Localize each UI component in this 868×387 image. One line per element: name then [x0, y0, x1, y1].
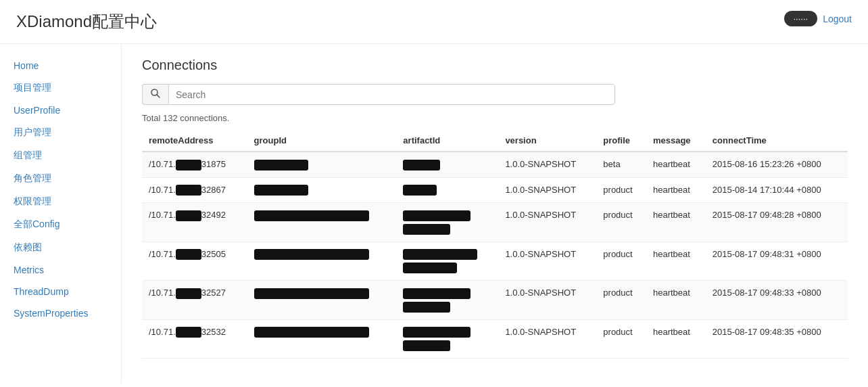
col-version: version: [498, 130, 596, 152]
sidebar-item-metrics[interactable]: Metrics: [0, 259, 121, 281]
cell-profile: product: [596, 319, 646, 359]
layout: Home 项目管理 UserProfile 用户管理 组管理 角色管理 权限管理…: [0, 44, 868, 384]
cell-groupid: [247, 177, 397, 203]
redacted-ip: [176, 249, 201, 260]
col-remoteaddress: remoteAddress: [142, 130, 247, 152]
search-icon: [151, 89, 160, 98]
table-row: /10.71.31875 1.0.0-SNAPSHOT beta heartbe…: [142, 152, 848, 177]
table-row: /10.71.32505 1.0.0-SNAPSHOT product hear…: [142, 242, 848, 281]
sidebar-item-groups[interactable]: 组管理: [0, 144, 121, 167]
cell-groupid: [247, 152, 397, 177]
table-row: /10.71.32532 1.0.0-SNAPSHOT product hear…: [142, 319, 848, 359]
connections-table: remoteAddress groupId artifactId version…: [142, 130, 848, 359]
cell-remoteaddress: /10.71.32532: [142, 319, 247, 359]
sidebar: Home 项目管理 UserProfile 用户管理 组管理 角色管理 权限管理…: [0, 44, 122, 384]
page-title: Connections: [142, 58, 848, 73]
cell-artifactid: [396, 242, 498, 281]
cell-message: heartbeat: [646, 319, 706, 359]
cell-version: 1.0.0-SNAPSHOT: [498, 281, 596, 320]
redacted-ip: [176, 210, 201, 221]
cell-message: heartbeat: [646, 242, 706, 281]
cell-version: 1.0.0-SNAPSHOT: [498, 319, 596, 359]
cell-groupid: [247, 203, 397, 242]
cell-artifactid: [396, 152, 498, 177]
table-row: /10.71.32492 1.0.0-SNAPSHOT product hear…: [142, 203, 848, 242]
sidebar-item-userprofile[interactable]: UserProfile: [0, 99, 121, 121]
cell-profile: beta: [596, 152, 646, 177]
total-connections: Total 132 connections.: [142, 113, 848, 123]
cell-version: 1.0.0-SNAPSHOT: [498, 177, 596, 203]
cell-version: 1.0.0-SNAPSHOT: [498, 152, 596, 177]
cell-artifactid: [396, 203, 498, 242]
user-badge: ······: [784, 11, 818, 26]
cell-message: heartbeat: [646, 152, 706, 177]
cell-artifactid: [396, 281, 498, 320]
redacted-groupid: [254, 249, 369, 260]
search-input[interactable]: [168, 84, 615, 105]
sidebar-item-users[interactable]: 用户管理: [0, 121, 121, 144]
cell-connecttime: 2015-08-17 09:48:35 +0800: [706, 319, 848, 359]
col-profile: profile: [596, 130, 646, 152]
redacted-groupid: [254, 210, 369, 221]
redacted-artifactid: [403, 249, 477, 260]
sidebar-item-home[interactable]: Home: [0, 55, 121, 76]
cell-version: 1.0.0-SNAPSHOT: [498, 242, 596, 281]
cell-profile: product: [596, 242, 646, 281]
cell-groupid: [247, 319, 397, 359]
cell-connecttime: 2015-08-16 15:23:26 +0800: [706, 152, 848, 177]
cell-connecttime: 2015-08-17 09:48:33 +0800: [706, 281, 848, 320]
table-row: /10.71.32867 1.0.0-SNAPSHOT product hear…: [142, 177, 848, 203]
cell-connecttime: 2015-08-17 09:48:28 +0800: [706, 203, 848, 242]
cell-remoteaddress: /10.71.32505: [142, 242, 247, 281]
sidebar-item-permissions[interactable]: 权限管理: [0, 190, 121, 213]
sidebar-item-project[interactable]: 项目管理: [0, 76, 121, 99]
sidebar-item-systemproperties[interactable]: SystemProperties: [0, 302, 121, 324]
sidebar-item-roles[interactable]: 角色管理: [0, 167, 121, 190]
redacted-artifactid: [403, 327, 471, 338]
redacted-artifactid2: [403, 263, 457, 273]
header: XDiamond配置中心 ······ Logout: [0, 0, 868, 44]
cell-message: heartbeat: [646, 177, 706, 203]
cell-version: 1.0.0-SNAPSHOT: [498, 203, 596, 242]
table-row: /10.71.32527 1.0.0-SNAPSHOT product hear…: [142, 281, 848, 320]
redacted-artifactid: [403, 185, 437, 196]
header-right: ······ Logout: [784, 11, 852, 26]
cell-profile: product: [596, 281, 646, 320]
redacted-ip: [176, 185, 201, 196]
cell-connecttime: 2015-08-17 09:48:31 +0800: [706, 242, 848, 281]
cell-message: heartbeat: [646, 203, 706, 242]
col-artifactid: artifactId: [396, 130, 498, 152]
svg-line-1: [157, 95, 160, 97]
cell-message: heartbeat: [646, 281, 706, 320]
redacted-artifactid: [403, 288, 471, 299]
redacted-artifactid: [403, 160, 440, 170]
cell-profile: product: [596, 177, 646, 203]
redacted-groupid: [254, 185, 308, 196]
app-title: XDiamond配置中心: [16, 11, 852, 32]
col-groupid: groupId: [247, 130, 397, 152]
cell-groupid: [247, 242, 397, 281]
search-button[interactable]: [142, 84, 168, 105]
redacted-groupid: [254, 160, 308, 170]
sidebar-item-threaddump[interactable]: ThreadDump: [0, 281, 121, 302]
redacted-ip: [176, 327, 201, 338]
redacted-artifactid: [403, 210, 471, 221]
sidebar-item-dependencies[interactable]: 依赖图: [0, 236, 121, 259]
search-bar: [142, 84, 615, 105]
cell-artifactid: [396, 319, 498, 359]
logout-link[interactable]: Logout: [823, 14, 852, 24]
cell-profile: product: [596, 203, 646, 242]
cell-remoteaddress: /10.71.32492: [142, 203, 247, 242]
cell-connecttime: 2015-08-14 17:10:44 +0800: [706, 177, 848, 203]
cell-remoteaddress: /10.71.32867: [142, 177, 247, 203]
redacted-artifactid2: [403, 224, 450, 235]
cell-remoteaddress: /10.71.31875: [142, 152, 247, 177]
redacted-artifactid2: [403, 302, 450, 313]
redacted-groupid: [254, 288, 369, 299]
redacted-artifactid2: [403, 340, 450, 351]
redacted-ip: [176, 160, 201, 170]
col-connecttime: connectTime: [706, 130, 848, 152]
cell-artifactid: [396, 177, 498, 203]
sidebar-item-allconfig[interactable]: 全部Config: [0, 213, 121, 236]
main-content: Connections Total 132 connections. remot…: [122, 44, 868, 384]
